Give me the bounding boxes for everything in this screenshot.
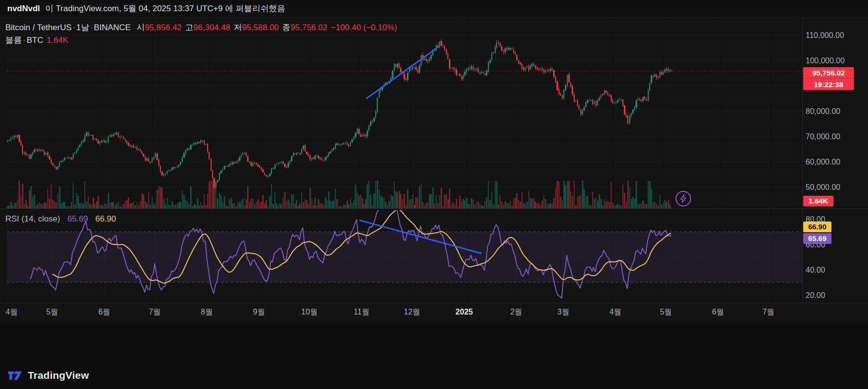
rsi-band (7, 219, 802, 295)
low-label: 저 (233, 22, 242, 33)
interval-label[interactable]: 1날 (76, 22, 89, 33)
time-axis-label: 8월 (201, 308, 213, 316)
trendline[interactable] (366, 46, 439, 98)
close-value: 95,756.02 (290, 22, 328, 33)
legend-title-row: Bitcoin / TetherUS · 1날 · BINANCE 시95,85… (5, 22, 397, 33)
time-axis-label: 4월 (6, 308, 18, 316)
time-axis-label: 2025 (456, 308, 473, 316)
volume-value: 1.64K (47, 35, 68, 46)
change-value: −100.40 (−0.10%) (331, 22, 397, 33)
time-axis-label: 5월 (46, 308, 58, 316)
publish-info-text: 이 TradingView.com, 5월 04, 2025 13:37 UTC… (43, 3, 285, 14)
chart-canvas[interactable]: 110,000.00100,000.0090,000.0080,000.0070… (0, 18, 868, 321)
time-axis-label: 10월 (301, 308, 318, 316)
last-price-value: 95,756.02 (803, 67, 854, 78)
symbol-legend: Bitcoin / TetherUS · 1날 · BINANCE 시95,85… (5, 22, 397, 46)
symbol-name[interactable]: Bitcoin / TetherUS (5, 22, 72, 33)
time-axis-label: 7월 (149, 308, 161, 316)
time-axis-label: 6월 (712, 308, 724, 316)
rsi-ma-value: 66.90 (95, 214, 116, 223)
chart-widget[interactable]: 110,000.00100,000.0090,000.0080,000.0070… (0, 18, 868, 321)
time-axis-label: 4월 (609, 308, 621, 316)
time-axis-label: 2월 (510, 308, 522, 316)
candlestick-series (7, 39, 672, 189)
volume-unit: BTC (27, 35, 43, 46)
price-scale-label: 100,000.00 (806, 56, 845, 65)
high-label: 고 (185, 22, 193, 33)
footer-bar: TradingView (7, 367, 89, 384)
lightning-bolt-icon (679, 194, 687, 203)
price-scale-label: 50,000.00 (806, 183, 840, 191)
price-scale-label: 80,000.00 (806, 107, 840, 115)
rsi-params: (14, close) (21, 214, 60, 223)
open-value: 95,856.42 (145, 22, 182, 33)
time-axis[interactable]: 4월5월6월7월8월9월10월11월12월20252월3월4월5월6월7월 (6, 308, 775, 316)
publisher-username[interactable]: nvdNvdl (7, 4, 40, 14)
rsi-scale-label: 20.00 (806, 291, 825, 299)
price-scale-label: 70,000.00 (806, 132, 840, 141)
rsi-value: 65.69 (67, 214, 88, 223)
open-label: 시 (136, 22, 145, 33)
time-axis-label: 12월 (404, 308, 421, 316)
time-axis-label: 6월 (98, 308, 111, 316)
publish-bar: nvdNvdl 이 TradingView.com, 5월 04, 2025 1… (0, 0, 868, 18)
published-chart-page: nvdNvdl 이 TradingView.com, 5월 04, 2025 1… (0, 0, 868, 389)
high-value: 96,304.48 (193, 22, 231, 33)
exchange-label[interactable]: BINANCE (94, 22, 131, 33)
rsi-legend: RSI (14, close) 65.69 66.90 (5, 214, 116, 224)
legend-separator: · (72, 22, 77, 33)
close-label: 종 (282, 22, 290, 33)
rsi-scale-label: 40.00 (806, 266, 825, 274)
tradingview-logo-icon[interactable] (7, 369, 23, 382)
time-axis-label: 5월 (660, 308, 672, 316)
legend-separator: · (22, 35, 27, 46)
rsi-value-badge: 65.69 (803, 233, 831, 244)
tradingview-brand-name[interactable]: TradingView (28, 370, 89, 381)
price-scale-label: 60,000.00 (806, 158, 840, 166)
rsi-ma-badge: 66.90 (803, 222, 831, 232)
legend-separator: · (89, 22, 94, 33)
boost-lightning-icon[interactable] (675, 191, 691, 206)
volume-series (7, 181, 672, 208)
rsi-title[interactable]: RSI (5, 214, 19, 223)
volume-legend-row: 볼륨 · BTC 1.64K (5, 35, 397, 46)
low-value: 95,588.00 (242, 22, 279, 33)
time-axis-label: 7월 (762, 308, 774, 316)
time-axis-label: 9월 (253, 308, 265, 316)
bar-countdown: 19:22:38 (803, 78, 854, 90)
time-axis-label: 11월 (354, 308, 370, 316)
time-axis-label: 3월 (557, 308, 569, 316)
volume-label[interactable]: 볼륨 (5, 35, 22, 46)
last-price-badge: 95,756.02 19:22:38 (803, 67, 854, 90)
volume-axis-badge: 1.64K (803, 196, 833, 206)
price-scale-label: 110,000.00 (806, 31, 844, 39)
